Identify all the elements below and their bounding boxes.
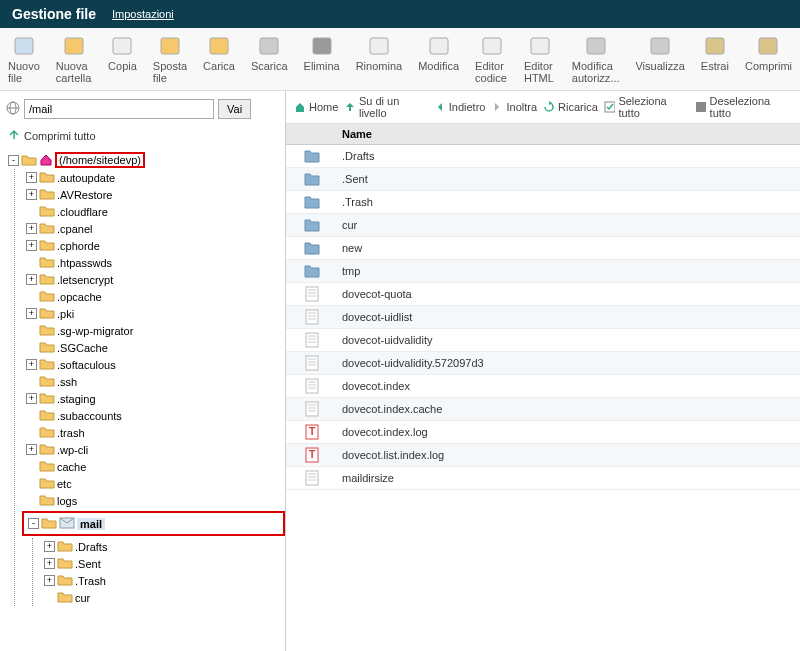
file-icon	[286, 309, 338, 325]
toggle-icon[interactable]: +	[26, 308, 37, 319]
tree-item[interactable]: .cphorde	[57, 240, 100, 252]
file-row[interactable]: dovecot.index	[286, 375, 800, 398]
toggle-icon[interactable]: +	[26, 393, 37, 404]
tree-item[interactable]: .Drafts	[75, 541, 107, 553]
permissions-icon	[584, 34, 608, 58]
nav-unselect-all[interactable]: Deseleziona tutto	[695, 95, 792, 119]
move-button[interactable]: Sposta file	[145, 32, 195, 86]
tree-item[interactable]: logs	[57, 495, 77, 507]
tree-item[interactable]: .subaccounts	[57, 410, 122, 422]
settings-link[interactable]: Impostazioni	[112, 8, 174, 20]
copy-button[interactable]: Copia	[100, 32, 145, 86]
tree-item[interactable]: .staging	[57, 393, 96, 405]
go-button[interactable]: Vai	[218, 99, 251, 119]
tree-item-mail[interactable]: mail	[77, 518, 105, 530]
tree-item[interactable]: cur	[75, 592, 90, 604]
svg-rect-7	[370, 38, 388, 54]
name-column[interactable]: Name	[338, 128, 800, 140]
new-file-button[interactable]: Nuovo file	[0, 32, 48, 86]
tree-item[interactable]: .cpanel	[57, 223, 92, 235]
nav-up[interactable]: Su di un livello	[344, 95, 427, 119]
file-name: dovecot.index.log	[338, 426, 800, 438]
toggle-icon[interactable]: +	[26, 240, 37, 251]
folder-icon	[286, 148, 338, 164]
extract-button[interactable]: Estrai	[693, 32, 737, 86]
nav-row: Home Su di un livello Indietro Inoltra R…	[286, 91, 800, 124]
tree-item[interactable]: cache	[57, 461, 86, 473]
tree-item[interactable]: .htpasswds	[57, 257, 112, 269]
file-row[interactable]: maildirsize	[286, 467, 800, 490]
code-editor-button[interactable]: Editor codice	[467, 32, 516, 86]
html-editor-button[interactable]: Editor HTML	[516, 32, 564, 86]
tree-item[interactable]: .opcache	[57, 291, 102, 303]
toggle-icon[interactable]: +	[44, 558, 55, 569]
compress-button[interactable]: Comprimi	[737, 32, 800, 86]
file-row[interactable]: cur	[286, 214, 800, 237]
tree-item[interactable]: etc	[57, 478, 72, 490]
svg-rect-21	[306, 287, 318, 301]
home-icon	[39, 153, 53, 168]
nav-forward[interactable]: Inoltra	[491, 101, 537, 113]
folder-icon	[39, 425, 55, 440]
file-row[interactable]: dovecot-uidvalidity.572097d3	[286, 352, 800, 375]
nav-reload[interactable]: Ricarica	[543, 101, 598, 113]
folder-icon	[39, 391, 55, 406]
delete-button[interactable]: Elimina	[296, 32, 348, 86]
svg-rect-6	[313, 38, 331, 54]
permissions-button[interactable]: Modifica autorizz...	[564, 32, 628, 86]
tree-item[interactable]: .pki	[57, 308, 74, 320]
new-folder-button[interactable]: Nuova cartella	[48, 32, 100, 86]
file-row[interactable]: .Drafts	[286, 145, 800, 168]
toggle-icon[interactable]: +	[44, 575, 55, 586]
nav-back[interactable]: Indietro	[434, 101, 486, 113]
nav-select-all[interactable]: Seleziona tutto	[604, 95, 689, 119]
upload-button[interactable]: Carica	[195, 32, 243, 86]
toggle-icon[interactable]: +	[26, 444, 37, 455]
file-row[interactable]: .Trash	[286, 191, 800, 214]
tree-item[interactable]: .ssh	[57, 376, 77, 388]
path-input[interactable]	[24, 99, 214, 119]
file-row[interactable]: dovecot-quota	[286, 283, 800, 306]
toggle-icon[interactable]: -	[28, 518, 39, 529]
file-row[interactable]: Tdovecot.list.index.log	[286, 444, 800, 467]
toggle-icon[interactable]: +	[26, 359, 37, 370]
toggle-icon[interactable]: -	[8, 155, 19, 166]
svg-rect-4	[210, 38, 228, 54]
download-button[interactable]: Scarica	[243, 32, 296, 86]
nav-home[interactable]: Home	[294, 101, 338, 113]
file-row[interactable]: dovecot-uidvalidity	[286, 329, 800, 352]
file-row[interactable]: dovecot-uidlist	[286, 306, 800, 329]
collapse-all-button[interactable]: Comprimi tutto	[4, 121, 281, 151]
file-row[interactable]: Tdovecot.index.log	[286, 421, 800, 444]
code-editor-icon	[480, 34, 504, 58]
rename-button[interactable]: Rinomina	[348, 32, 410, 86]
tree-item[interactable]: .sg-wp-migrator	[57, 325, 133, 337]
folder-icon	[39, 476, 55, 491]
tree-item[interactable]: .letsencrypt	[57, 274, 113, 286]
root-node[interactable]: (/home/sitedevp)	[55, 152, 145, 168]
tree-item[interactable]: .AVRestore	[57, 189, 112, 201]
tree-item[interactable]: .cloudflare	[57, 206, 108, 218]
header: Gestione file Impostazioni	[0, 0, 800, 28]
folder-icon	[39, 340, 55, 355]
toggle-icon[interactable]: +	[44, 541, 55, 552]
toggle-icon[interactable]: +	[26, 189, 37, 200]
tree-item[interactable]: .SGCache	[57, 342, 108, 354]
tree-item[interactable]: .autoupdate	[57, 172, 115, 184]
file-row[interactable]: tmp	[286, 260, 800, 283]
edit-button[interactable]: Modifica	[410, 32, 467, 86]
toggle-icon[interactable]: +	[26, 274, 37, 285]
folder-icon	[39, 357, 55, 372]
file-row[interactable]: .Sent	[286, 168, 800, 191]
tree-item[interactable]: .Sent	[75, 558, 101, 570]
tree-item[interactable]: .softaculous	[57, 359, 116, 371]
tree-item[interactable]: .wp-cli	[57, 444, 88, 456]
tree-item[interactable]: .Trash	[75, 575, 106, 587]
view-button[interactable]: Visualizza	[627, 32, 692, 86]
toggle-icon[interactable]: +	[26, 223, 37, 234]
tree-item[interactable]: .trash	[57, 427, 85, 439]
upload-icon	[207, 34, 231, 58]
file-row[interactable]: new	[286, 237, 800, 260]
toggle-icon[interactable]: +	[26, 172, 37, 183]
file-row[interactable]: dovecot.index.cache	[286, 398, 800, 421]
